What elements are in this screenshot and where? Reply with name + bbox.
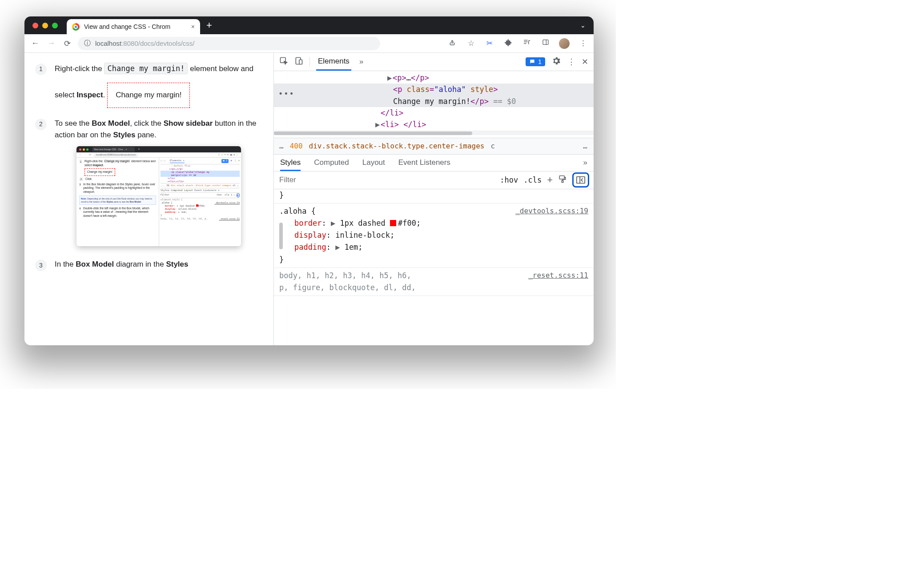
step-2: 2 To see the Box Model, click the Show s… xyxy=(35,118,263,247)
devtools-close-icon[interactable]: ✕ xyxy=(582,57,588,67)
step-body: To see the Box Model, click the Show sid… xyxy=(55,118,263,247)
side-panel-icon[interactable] xyxy=(540,39,551,48)
step-body: Right-click the Change my margin! elemen… xyxy=(55,63,263,108)
dom-node[interactable]: ▶<p>…</p> xyxy=(274,72,594,84)
dom-breadcrumbs[interactable]: … 400 div.stack.stack--block.type.center… xyxy=(274,138,594,155)
site-info-icon[interactable]: ⓘ xyxy=(84,39,91,48)
step-number: 1 xyxy=(35,64,47,75)
tabs-dropdown-icon[interactable]: ⌄ xyxy=(580,22,594,29)
window-titlebar: View and change CSS - Chrom × + ⌄ xyxy=(24,16,594,34)
browser-tab[interactable]: View and change CSS - Chrom × xyxy=(67,19,200,34)
step-number: 2 xyxy=(35,119,47,130)
step-1: 1 Right-click the Change my margin! elem… xyxy=(35,63,263,108)
new-style-rule-icon[interactable]: + xyxy=(547,174,553,186)
url-text: localhost:8080/docs/devtools/css/ xyxy=(95,40,194,47)
devtools-panel: Elements » 1 ⋮ ✕ ▶<p>…</p> ••• <p class=… xyxy=(273,53,594,345)
paint-icon[interactable] xyxy=(558,175,567,186)
devtools-toolbar: Elements » 1 ⋮ ✕ xyxy=(274,53,594,71)
tab-event-listeners[interactable]: Event Listeners xyxy=(398,158,450,167)
device-toggle-icon[interactable] xyxy=(294,56,303,68)
devtools-menu-icon[interactable]: ⋮ xyxy=(567,57,575,67)
reload-button[interactable]: ⟳ xyxy=(62,39,72,48)
chrome-logo-icon xyxy=(72,23,80,31)
css-rules[interactable]: } _devtools.scss:19 .aloha { border: ▶ 1… xyxy=(274,189,594,296)
rule-element-style[interactable]: } xyxy=(274,189,594,204)
horizontal-scrollbar[interactable] xyxy=(274,131,594,135)
new-tab-button[interactable]: + xyxy=(200,20,218,31)
dom-node[interactable]: ▶<li> </li> xyxy=(274,119,594,130)
svg-rect-9 xyxy=(559,176,564,179)
reading-list-icon[interactable] xyxy=(522,38,532,48)
css-declaration[interactable]: display: inline-block; xyxy=(279,229,588,241)
tab-layout[interactable]: Layout xyxy=(362,158,385,167)
extensions-icon[interactable] xyxy=(503,39,514,48)
inline-code: Change my margin! xyxy=(104,63,188,74)
inspect-element-icon[interactable] xyxy=(279,56,288,68)
css-declaration[interactable]: border: ▶ 1px dashed #f00; xyxy=(279,217,588,229)
window-minimize-button[interactable] xyxy=(42,23,48,28)
inline-screenshot: View and change CSS - Chro… × + ←→⟳ loca… xyxy=(76,146,241,246)
styles-filter-input[interactable] xyxy=(278,175,345,185)
tab-title: View and change CSS - Chrom xyxy=(84,23,187,30)
svg-rect-10 xyxy=(562,180,563,182)
rule-source-link[interactable]: _reset.scss:11 xyxy=(528,270,588,281)
issues-badge[interactable]: 1 xyxy=(526,57,545,66)
dom-node[interactable]: </li> xyxy=(274,107,594,119)
content-area: 1 Right-click the Change my margin! elem… xyxy=(24,53,594,345)
demo-change-margin[interactable]: Change my margin! xyxy=(107,83,190,108)
dom-node-text[interactable]: Change my margin!</p> == $0 xyxy=(274,96,594,107)
show-sidebar-button[interactable] xyxy=(572,172,589,188)
profile-avatar[interactable] xyxy=(559,38,570,49)
step-3: 3 In the Box Model diagram in the Styles xyxy=(35,259,263,271)
browser-toolbar: ← → ⟳ ⓘ localhost:8080/docs/devtools/css… xyxy=(24,34,594,53)
tab-styles[interactable]: Styles xyxy=(280,158,301,171)
tab-strip: View and change CSS - Chrom × xyxy=(67,16,200,34)
window-zoom-button[interactable] xyxy=(52,23,58,28)
browser-menu-icon[interactable]: ⋮ xyxy=(578,39,588,48)
color-swatch-icon[interactable] xyxy=(390,220,396,226)
styles-filter-bar: :hov .cls + xyxy=(274,172,594,189)
dom-tree[interactable]: ▶<p>…</p> ••• <p class="aloha" style> Ch… xyxy=(274,71,594,138)
rule-source-link[interactable]: _devtools.scss:19 xyxy=(515,205,588,217)
css-declaration[interactable]: padding: ▶ 1em; xyxy=(279,241,588,253)
window-controls xyxy=(24,23,58,28)
toggle-cls[interactable]: .cls xyxy=(523,176,542,184)
settings-gear-icon[interactable] xyxy=(551,56,561,68)
more-actions-icon[interactable]: ••• xyxy=(278,88,295,100)
tab-elements[interactable]: Elements xyxy=(316,53,351,71)
documentation-page: 1 Right-click the Change my margin! elem… xyxy=(24,53,273,345)
step-body: In the Box Model diagram in the Styles xyxy=(55,259,189,271)
bookmark-star-icon[interactable]: ☆ xyxy=(466,39,476,48)
forward-button[interactable]: → xyxy=(46,39,56,48)
styles-tabbar: Styles Computed Layout Event Listeners » xyxy=(274,155,594,172)
svg-rect-4 xyxy=(543,40,548,45)
dom-node-selected[interactable]: <p class="aloha" style> xyxy=(274,84,594,95)
toolbar-right-cluster: ☆ ✂ ⋮ xyxy=(447,38,588,49)
back-button[interactable]: ← xyxy=(30,39,40,48)
breadcrumb-selected[interactable]: div.stack.stack--block.type.center-image… xyxy=(309,142,485,150)
share-icon[interactable] xyxy=(447,39,458,48)
step-number: 3 xyxy=(35,260,47,271)
tabs-overflow-icon[interactable]: » xyxy=(358,54,365,70)
omnibox[interactable]: ⓘ localhost:8080/docs/devtools/css/ xyxy=(78,37,380,50)
toggle-hov[interactable]: :hov xyxy=(500,176,518,184)
tab-close-icon[interactable]: × xyxy=(191,23,195,30)
svg-rect-8 xyxy=(299,60,302,64)
styles-tabs-overflow-icon[interactable]: » xyxy=(583,158,587,167)
browser-window: View and change CSS - Chrom × + ⌄ ← → ⟳ … xyxy=(24,16,594,345)
tab-computed[interactable]: Computed xyxy=(314,158,349,167)
window-close-button[interactable] xyxy=(32,23,38,28)
rule-aloha[interactable]: _devtools.scss:19 .aloha { border: ▶ 1px… xyxy=(274,204,594,268)
rule-reset[interactable]: _reset.scss:11 body, h1, h2, h3, h4, h5,… xyxy=(274,268,594,296)
scissors-icon[interactable]: ✂ xyxy=(484,39,495,48)
